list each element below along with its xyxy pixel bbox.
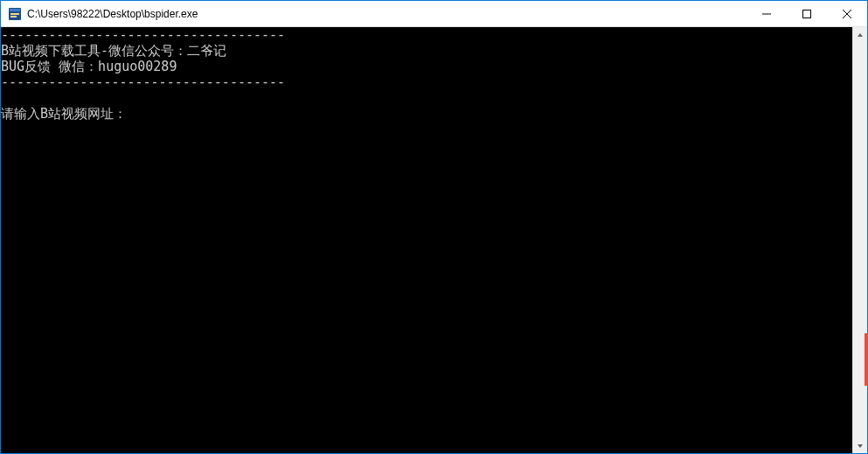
window-controls xyxy=(746,1,867,26)
console-line: ------------------------------------ xyxy=(1,27,852,43)
console-line: BUG反馈 微信：huguo00289 xyxy=(1,59,852,74)
svg-rect-1 xyxy=(10,9,20,11)
svg-rect-2 xyxy=(10,13,19,15)
scroll-up-button[interactable] xyxy=(853,27,867,42)
console-blank xyxy=(1,90,852,106)
svg-marker-9 xyxy=(858,444,863,448)
svg-rect-3 xyxy=(10,16,17,17)
minimize-button[interactable] xyxy=(746,1,787,26)
maximize-button[interactable] xyxy=(787,1,827,26)
app-icon xyxy=(8,7,22,21)
svg-rect-5 xyxy=(803,10,811,17)
application-window: C:\Users\98222\Desktop\bspider.exe -----… xyxy=(0,0,868,454)
titlebar: C:\Users\98222\Desktop\bspider.exe xyxy=(1,1,867,27)
console-area: ------------------------------------B站视频… xyxy=(1,27,867,453)
scroll-down-button[interactable] xyxy=(853,438,867,453)
console-line: B站视频下载工具-微信公众号：二爷记 xyxy=(1,43,852,59)
overlay-indicator xyxy=(865,333,868,386)
console-line: ------------------------------------ xyxy=(1,74,852,90)
console-prompt: 请输入B站视频网址： xyxy=(1,106,852,122)
window-title: C:\Users\98222\Desktop\bspider.exe xyxy=(27,8,746,20)
svg-marker-8 xyxy=(858,33,863,37)
vertical-scrollbar[interactable] xyxy=(852,27,867,453)
close-button[interactable] xyxy=(827,1,867,26)
console-output[interactable]: ------------------------------------B站视频… xyxy=(1,27,852,453)
